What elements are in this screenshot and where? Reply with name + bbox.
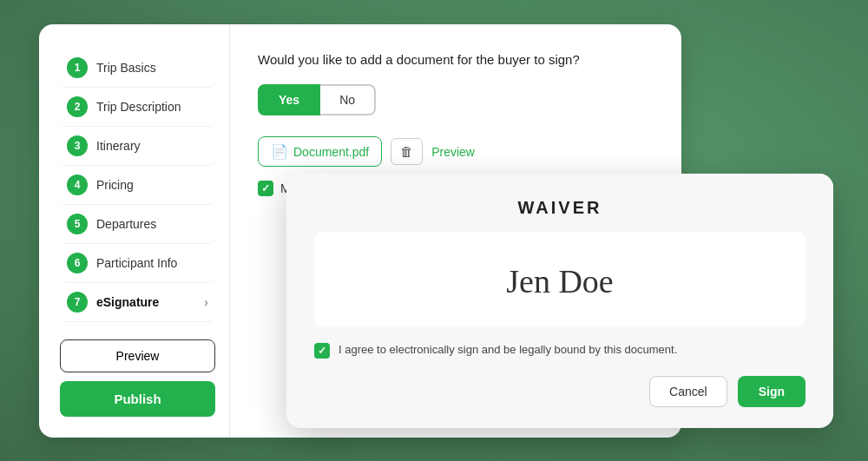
waiver-agree-row: I agree to electronically sign and be le… — [314, 341, 806, 359]
question-text: Would you like to add a document for the… — [258, 52, 654, 67]
sidebar-label-participant-info: Participant Info — [96, 256, 208, 270]
document-row: 📄 Document.pdf 🗑 Preview — [258, 136, 654, 167]
nav-badge-3: 3 — [67, 135, 88, 156]
waiver-content: Jen Doe — [314, 232, 806, 327]
nav-badge-7: 7 — [67, 292, 88, 313]
no-button[interactable]: No — [320, 84, 376, 115]
nav-badge-5: 5 — [67, 214, 88, 234]
sidebar-item-esignature[interactable]: 7 eSignature › — [60, 283, 215, 322]
sidebar-buttons: Preview Publish — [60, 322, 215, 417]
sidebar-label-trip-description: Trip Description — [96, 100, 208, 114]
document-name: Document.pdf — [293, 145, 369, 159]
sidebar-item-trip-description[interactable]: 2 Trip Description — [60, 88, 215, 127]
sidebar-label-itinerary: Itinerary — [96, 139, 208, 153]
chevron-right-icon: › — [204, 295, 208, 309]
document-pill: 📄 Document.pdf — [258, 136, 382, 167]
sidebar: 1 Trip Basics 2 Trip Description 3 Itine… — [39, 24, 230, 438]
sidebar-item-pricing[interactable]: 4 Pricing — [60, 166, 215, 205]
sidebar-item-itinerary[interactable]: 3 Itinerary — [60, 127, 215, 166]
nav-badge-1: 1 — [67, 57, 88, 78]
document-icon: 📄 — [271, 143, 288, 160]
waiver-modal: WAIVER Jen Doe I agree to electronically… — [286, 174, 833, 428]
yes-no-group: Yes No — [258, 84, 654, 115]
nav-badge-6: 6 — [67, 253, 88, 273]
waiver-agree-checkbox[interactable] — [314, 343, 330, 359]
sidebar-label-esignature: eSignature — [96, 295, 195, 309]
preview-document-link[interactable]: Preview — [431, 145, 475, 159]
waiver-title: WAIVER — [286, 198, 833, 218]
preview-button[interactable]: Preview — [60, 339, 215, 372]
cancel-button[interactable]: Cancel — [649, 376, 727, 407]
nav-badge-4: 4 — [67, 175, 88, 195]
sidebar-label-trip-basics: Trip Basics — [96, 61, 208, 75]
waiver-actions: Cancel Sign — [286, 376, 833, 407]
sidebar-item-trip-basics[interactable]: 1 Trip Basics — [60, 49, 215, 88]
waiver-header: WAIVER — [286, 174, 833, 232]
nav-badge-2: 2 — [67, 96, 88, 117]
delete-document-button[interactable]: 🗑 — [391, 138, 423, 165]
yes-button[interactable]: Yes — [258, 84, 320, 115]
waiver-agree-text: I agree to electronically sign and be le… — [339, 341, 677, 359]
publish-button[interactable]: Publish — [60, 381, 215, 417]
sidebar-label-pricing: Pricing — [96, 178, 208, 192]
signature: Jen Doe — [506, 262, 613, 300]
sign-button[interactable]: Sign — [738, 376, 806, 407]
sidebar-item-departures[interactable]: 5 Departures — [60, 205, 215, 244]
sidebar-label-departures: Departures — [96, 217, 208, 231]
mandatory-checkbox[interactable] — [258, 181, 273, 196]
sidebar-item-participant-info[interactable]: 6 Participant Info — [60, 244, 215, 283]
